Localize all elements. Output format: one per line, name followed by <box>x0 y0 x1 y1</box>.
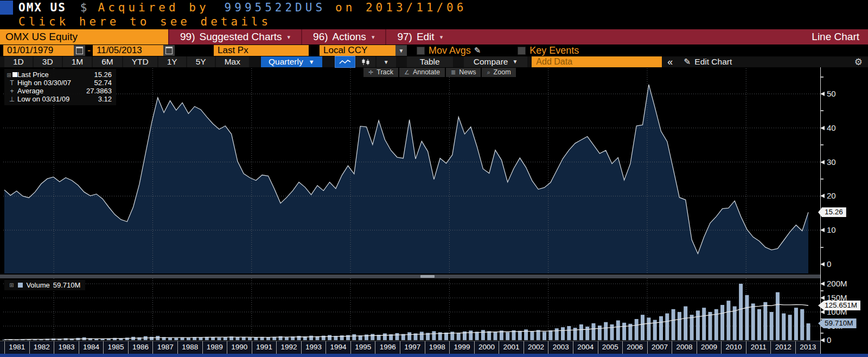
volume-legend-value: 59.710M <box>53 281 81 289</box>
x-axis-year: 1995 <box>350 341 375 354</box>
x-axis-year: 1982 <box>29 341 54 354</box>
x-axis-year: 1981 <box>4 341 29 354</box>
mov-avgs-label: Mov Avgs <box>429 45 471 56</box>
x-axis-year: 2002 <box>524 341 548 354</box>
chevron-down-icon[interactable]: ▼ <box>395 45 407 56</box>
volume-legend-label: Volume <box>26 281 49 289</box>
line-chart-type-button[interactable] <box>335 56 355 67</box>
field-selector[interactable]: Last Px <box>214 45 309 56</box>
x-axis-year: 1989 <box>202 341 227 354</box>
range-button-5y[interactable]: 5Y <box>187 56 215 67</box>
x-axis-year: 2005 <box>598 341 623 354</box>
chart-view-label: Line Chart <box>812 29 868 44</box>
key-events-checkbox[interactable] <box>518 47 526 55</box>
settings-bar: 01/01/1979 - 11/05/2013 Last Px Local CC… <box>0 44 868 56</box>
range-button-3d[interactable]: 3D <box>34 56 62 67</box>
legend-expand-icon[interactable]: ⊞ <box>7 72 11 78</box>
x-axis-year: 1987 <box>152 341 177 354</box>
calendar-icon[interactable] <box>163 45 175 56</box>
legend-label: Low on 03/31/09 <box>17 95 84 103</box>
date-from-input[interactable]: 01/01/1979 <box>3 45 74 56</box>
currency-selector[interactable]: Local CCY <box>320 45 395 56</box>
range-button-1m[interactable]: 1M <box>63 56 92 67</box>
security-name-field[interactable]: OMX US Equity <box>0 29 168 44</box>
x-axis-year: 1984 <box>79 341 104 354</box>
menu-items: 99)Suggested Charts▾96)Actions▾97)Edit▾ <box>168 29 454 44</box>
calendar-icon[interactable] <box>74 45 85 56</box>
range-button-ytd[interactable]: YTD <box>123 56 157 67</box>
chevron-down-icon: ▾ <box>372 34 375 41</box>
legend-value: 52.74 <box>84 79 112 87</box>
x-axis-year: 1999 <box>449 341 474 354</box>
price-chart-plot[interactable] <box>0 67 868 275</box>
menu-actions[interactable]: 96)Actions▾ <box>301 29 385 44</box>
title-bar: OMX US $ Acquired by 9995522DUS on 2013/… <box>0 0 868 15</box>
legend-label: Average <box>17 87 84 95</box>
bottom-accent-strip <box>0 354 868 357</box>
acquired-date: on 2013/11/06 <box>335 0 467 15</box>
legend-row: ⊞Last Price15.26 <box>7 71 112 79</box>
volume-chart-plot[interactable] <box>0 278 868 341</box>
security-title: OMX US $ Acquired by 9995522DUS on 2013/… <box>18 0 467 15</box>
range-button-1d[interactable]: 1D <box>4 56 33 67</box>
x-axis-year: 2001 <box>499 341 524 354</box>
menu-bar: OMX US Equity 99)Suggested Charts▾96)Act… <box>0 29 868 44</box>
tool-zoom[interactable]: ⌕Zoom <box>482 68 515 77</box>
x-axis-year: 1985 <box>103 341 128 354</box>
x-axis-year: 1997 <box>400 341 425 354</box>
table-button[interactable]: Table <box>407 56 453 67</box>
x-axis-year: 1993 <box>301 341 326 354</box>
divider-handle-icon[interactable] <box>420 275 435 278</box>
tool-news[interactable]: ≣News <box>446 68 481 77</box>
x-axis-year: 2012 <box>770 341 795 354</box>
mov-avgs-checkbox[interactable] <box>417 47 425 55</box>
period-dropdown[interactable]: Quarterly▼ <box>261 56 322 67</box>
x-axis-year: 2013 <box>795 341 820 354</box>
legend-row: ⊥Low on 03/31/093.12 <box>7 95 112 103</box>
collapse-chevrons-icon[interactable]: « <box>662 56 678 68</box>
menu-suggested-charts[interactable]: 99)Suggested Charts▾ <box>168 29 301 44</box>
chevron-down-icon: ▾ <box>440 34 443 41</box>
panel-indicator-icon <box>0 1 13 15</box>
legend-row: THigh on 03/30/0752.74 <box>7 79 112 87</box>
compare-dropdown[interactable]: Compare▼ <box>464 56 528 67</box>
volume-legend: ⊞ Volume 59.710M <box>4 280 85 290</box>
panel-divider[interactable] <box>0 275 820 278</box>
gear-icon[interactable]: ⚙ <box>854 56 863 68</box>
menu-edit[interactable]: 97)Edit▾ <box>385 29 454 44</box>
x-axis-year: 2004 <box>573 341 598 354</box>
tool-label: Zoom <box>494 68 511 77</box>
range-button-1y[interactable]: 1Y <box>158 56 186 67</box>
chart-type-dropdown[interactable]: ▼ <box>376 56 396 67</box>
candlestick-chart-type-button[interactable] <box>356 56 375 67</box>
edit-chart-button[interactable]: ✎Edit Chart <box>678 57 737 67</box>
tool-track[interactable]: ✛Track <box>363 68 398 77</box>
crosshair-icon: ✛ <box>368 68 373 77</box>
tool-annotate[interactable]: ∠Annotate <box>399 68 445 77</box>
legend-expand-icon[interactable]: ⊞ <box>9 282 14 288</box>
legend-value: 15.26 <box>84 71 112 79</box>
details-link[interactable]: Click here to see details <box>18 15 271 29</box>
volume-series-swatch <box>18 283 23 288</box>
x-axis-year: 2010 <box>721 341 746 354</box>
ticker-symbol: OMX US <box>18 0 66 15</box>
date-to-input[interactable]: 11/05/2013 <box>93 45 163 56</box>
pencil-icon[interactable]: ✎ <box>474 46 481 55</box>
date-range-separator: - <box>87 45 91 56</box>
range-button-6m[interactable]: 6M <box>93 56 122 67</box>
legend-value: 3.12 <box>84 95 112 103</box>
x-axis-year: 2009 <box>697 341 722 354</box>
x-axis-stub <box>0 341 4 354</box>
pencil-icon: ✎ <box>684 57 691 67</box>
legend-value: 27.3863 <box>84 87 112 95</box>
tool-label: Track <box>376 68 393 77</box>
legend-marker-average: + <box>7 87 17 95</box>
x-axis-year: 1983 <box>54 341 79 354</box>
acquirer-code[interactable]: 9995522DUS <box>225 0 326 15</box>
range-buttons: 1D3D1M6MYTD1Y5YMax <box>3 56 249 67</box>
range-button-max[interactable]: Max <box>216 56 249 67</box>
add-data-input[interactable]: Add Data <box>532 56 662 67</box>
legend-marker-low: ⊥ <box>7 95 17 103</box>
x-axis-year: 2007 <box>647 341 672 354</box>
zoom-icon: ⌕ <box>487 68 490 77</box>
